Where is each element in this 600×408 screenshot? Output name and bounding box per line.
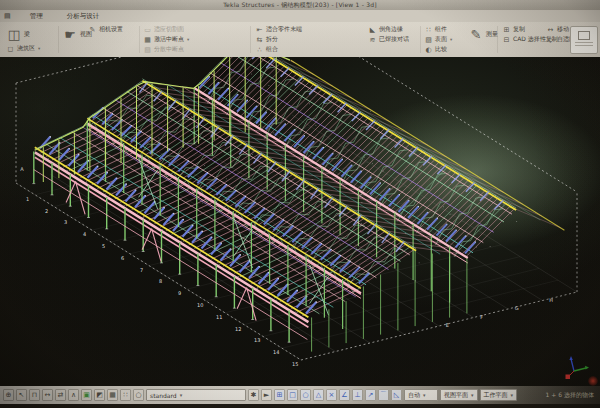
view-axis-icon — [566, 356, 590, 379]
fit-part-icon: ⇤ — [255, 26, 264, 34]
pointer-icon[interactable]: ↖ — [16, 389, 27, 401]
snap-arc-icon[interactable]: ⌒ — [378, 389, 389, 401]
snap-origin-icon[interactable]: ⊕ — [3, 389, 14, 401]
split-button[interactable]: ⇆拆分 — [255, 35, 302, 44]
viewport-3d[interactable]: 123456789101112131415AEFGH — [0, 57, 600, 386]
window-title: Tekla Structures - 钢结构模型(203) - [View 1 … — [223, 1, 376, 10]
fit-cut-plane-button-label: 适应切割面 — [154, 25, 184, 34]
side-panel-thumbnail — [578, 31, 590, 40]
activate-breakpoint-button[interactable]: ▦激活中断点▾ — [143, 35, 189, 44]
snap-cross-icon[interactable]: × — [326, 389, 337, 401]
menu-tab-manage[interactable]: 管理 — [27, 12, 46, 21]
select-filter-icon[interactable]: ▣ — [81, 389, 92, 401]
svg-text:12: 12 — [235, 326, 241, 332]
ribbon-group: ▭适应切割面▦激活中断点▾▧分散中断点 — [143, 25, 189, 54]
menu-bar: ▤ 管理分析与设计 — [0, 10, 600, 22]
menu-tabs: 管理分析与设计 — [27, 12, 103, 21]
combine-icon: ∴ — [255, 46, 264, 54]
app-menu-icon[interactable]: ▤ — [4, 12, 11, 20]
selection-status-text: 1 + 6 选择的物体 — [546, 391, 597, 400]
components-button[interactable]: ∷组件 — [424, 25, 452, 34]
ribbon-separator — [250, 26, 251, 53]
dropdown-caret-icon: ▾ — [187, 37, 189, 42]
snap-angle-icon[interactable]: ∠ — [339, 389, 350, 401]
ribbon-group: ✎测量 — [468, 25, 498, 43]
snap-diagonal-icon[interactable]: ↗ — [365, 389, 376, 401]
cursor-icon[interactable]: ► — [261, 389, 272, 401]
select-part-icon[interactable]: ▦ — [107, 389, 118, 401]
menu-tab-analysis-design[interactable]: 分析与设计 — [64, 12, 103, 21]
svg-text:A: A — [20, 166, 24, 172]
ribbon-group: ⇤适合零件末端⇆拆分∴组合 — [255, 25, 302, 54]
chevron-down-icon: ▾ — [511, 392, 514, 398]
chamfer-edges-button[interactable]: ◣倒角边缘 — [368, 25, 409, 34]
adaptive-icon: ◇ — [546, 36, 555, 44]
breakpoint-icon: ▦ — [143, 36, 152, 44]
svg-text:3: 3 — [64, 219, 67, 225]
style-dropdown-value: standard — [150, 392, 177, 399]
pour-unit-button[interactable]: ◻浇筑区▾ — [6, 44, 40, 53]
work-plane-dropdown[interactable]: 工作平面▾ — [480, 389, 518, 401]
select-point-icon[interactable]: ∷ — [120, 389, 131, 401]
snap-perpendicular-icon[interactable]: ⊥ — [352, 389, 363, 401]
snap-plane-dropdown-value: 视图平面 — [444, 391, 468, 400]
snap-endpoint-icon[interactable]: ↔ — [42, 389, 53, 401]
model-3d-scene: 123456789101112131415AEFGH — [0, 57, 600, 386]
components-button-label: 组件 — [435, 25, 447, 34]
snap-mode-dropdown[interactable]: 自动▾ — [404, 389, 438, 401]
snap-grid-icon[interactable]: ⊞ — [274, 389, 285, 401]
move-icon: ↔ — [546, 26, 555, 34]
side-panel-line — [575, 45, 593, 46]
surface-button-label: 表面 — [435, 35, 447, 44]
tekla-structures-window: Tekla Structures - 钢结构模型(203) - [View 1 … — [0, 0, 600, 408]
zoom-tool-icon[interactable]: ○ — [133, 389, 144, 401]
svg-text:13: 13 — [254, 337, 260, 343]
svg-text:G: G — [515, 305, 519, 311]
steel-structure-model: 123456789101112131415AEFGH — [16, 57, 577, 367]
snap-midpoint-icon[interactable]: ⇄ — [55, 389, 66, 401]
snap-plane-dropdown[interactable]: 视图平面▾ — [440, 389, 478, 401]
measure-button[interactable]: ✎测量 — [468, 25, 498, 43]
style-dropdown[interactable]: standard▾ — [146, 389, 246, 401]
surface-icon: ▨ — [424, 36, 433, 44]
ribbon-group: ◣倒角边缘≋已焊接对话 — [368, 25, 409, 44]
beam-button[interactable]: ◫梁 — [6, 25, 40, 43]
fit-part-end-button[interactable]: ⇤适合零件末端 — [255, 25, 302, 34]
weld-icon: ≋ — [368, 36, 377, 44]
camera-settings-button[interactable]: ✎相机设置 — [88, 25, 123, 34]
svg-text:H: H — [549, 297, 553, 303]
ribbon-separator — [420, 26, 421, 53]
pencil-icon: ✎ — [88, 26, 97, 34]
ribbon-separator — [139, 26, 140, 53]
select-component-icon[interactable]: ⊓ — [29, 389, 40, 401]
select-assembly-icon[interactable]: ◩ — [94, 389, 105, 401]
snap-tangent-icon[interactable]: ◺ — [391, 389, 402, 401]
surface-button[interactable]: ▨表面▾ — [424, 35, 452, 44]
svg-text:F: F — [480, 314, 483, 320]
combine-button[interactable]: ∴组合 — [255, 45, 302, 54]
title-bar[interactable]: Tekla Structures - 钢结构模型(203) - [View 1 … — [0, 0, 600, 10]
move-button-label: 移动 — [557, 25, 569, 34]
side-panel-sliver[interactable] — [570, 26, 598, 54]
dropdown-caret-icon: ▾ — [450, 37, 452, 42]
snap-circle-icon[interactable]: ○ — [300, 389, 311, 401]
ribbon-group: ◫梁◻浇筑区▾ — [6, 25, 40, 53]
work-plane-dropdown-value: 工作平面 — [484, 391, 508, 400]
activate-breakpoint-button-label: 激活中断点 — [154, 35, 184, 44]
chevron-down-icon: ▾ — [180, 392, 183, 398]
snap-triangle-icon[interactable]: △ — [313, 389, 324, 401]
split-button-label: 拆分 — [266, 35, 278, 44]
ribbon-group: ∷组件▨表面▾◐比较 — [424, 25, 452, 54]
compare-button[interactable]: ◐比较 — [424, 45, 452, 54]
svg-text:9: 9 — [178, 290, 181, 296]
snap-intersection-icon[interactable]: ∧ — [68, 389, 79, 401]
welded-dialog-button[interactable]: ≋已焊接对话 — [368, 35, 409, 44]
hand-icon: ☛ — [62, 27, 78, 42]
fit-plane-icon: ▭ — [143, 26, 152, 34]
svg-text:E: E — [446, 322, 449, 328]
gear-icon[interactable]: ✱ — [248, 389, 259, 401]
snap-square-icon[interactable]: □ — [287, 389, 298, 401]
svg-text:14: 14 — [273, 349, 279, 355]
ribbon-group: ✎相机设置 — [88, 25, 123, 34]
beam-button-label: 梁 — [24, 30, 30, 39]
